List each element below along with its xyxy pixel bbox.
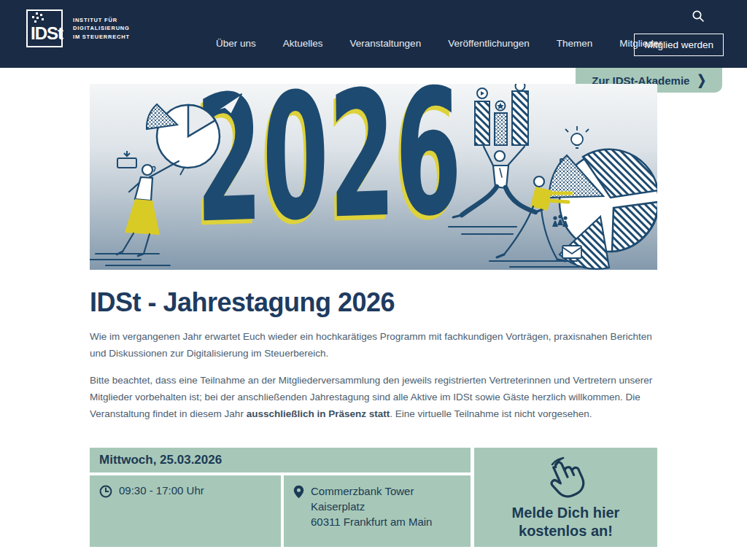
location-city: 60311 Frankfurt am Main	[311, 515, 432, 530]
event-location-lines: Commerzbank Tower Kaiserplatz 60311 Fran…	[311, 484, 432, 529]
page-title: IDSt - Jahrestagung 2026	[90, 287, 657, 318]
mitglied-werden-button[interactable]: Mitglied werden	[634, 34, 724, 56]
speed-lines-left	[90, 254, 170, 265]
lightbulb-icon	[565, 126, 589, 148]
signup-button[interactable]: Melde Dich hier kostenlos an!	[474, 448, 657, 547]
notice-paragraph: Bitte beachtet, dass eine Teilnahme an d…	[90, 373, 657, 422]
logo[interactable]: IDSt INSTITUT FÜR DIGITALISIERUNG IM STE…	[26, 9, 130, 47]
nav-aktuelles[interactable]: Aktuelles	[283, 38, 323, 49]
logo-acronym: IDSt	[31, 23, 63, 44]
hero-illustration	[90, 84, 657, 270]
logo-box: IDSt	[26, 9, 63, 47]
event-info-box: Mittwoch, 25.03.2026 09:30 - 17:00 Uhr	[90, 448, 471, 547]
main-nav: Über uns Aktuelles Veranstaltungen Veröf…	[216, 38, 662, 49]
location-street: Kaiserplatz	[311, 499, 432, 515]
event-row: Mittwoch, 25.03.2026 09:30 - 17:00 Uhr	[90, 448, 657, 547]
paper-plane-icon	[206, 94, 241, 114]
runner-figure	[453, 147, 543, 217]
nav-ueber-uns[interactable]: Über uns	[216, 38, 256, 49]
intro-paragraph: Wie im vergangenen Jahr erwartet Euch wi…	[90, 329, 657, 362]
chevron-right-icon: ❯	[697, 72, 706, 89]
hero-banner: 2026	[90, 84, 657, 270]
main-content: 2026	[90, 84, 657, 547]
bar-chart-icons	[475, 84, 528, 145]
nav-themen[interactable]: Themen	[557, 38, 593, 49]
event-location: Commerzbank Tower Kaiserplatz 60311 Fran…	[281, 475, 471, 547]
nav-veroeffentlichungen[interactable]: Veröffentlichungen	[448, 38, 530, 49]
event-details: 09:30 - 17:00 Uhr Commerzbank Tower Kais…	[90, 475, 471, 547]
location-pin-icon	[293, 485, 304, 499]
nav-veranstaltungen[interactable]: Veranstaltungen	[350, 38, 422, 49]
woman-figure	[117, 161, 179, 256]
search-icon[interactable]	[692, 9, 705, 23]
logo-subtitle: INSTITUT FÜR DIGITALISIERUNG IM STEUERRE…	[73, 16, 130, 41]
location-venue: Commerzbank Tower	[311, 484, 432, 499]
notice-bold-text: ausschließlich in Präsenz statt	[247, 408, 390, 419]
event-time: 09:30 - 17:00 Uhr	[90, 475, 281, 547]
envelope-icon	[562, 246, 581, 258]
header: IDSt INSTITUT FÜR DIGITALISIERUNG IM STE…	[0, 0, 747, 68]
inbox-icon	[117, 151, 136, 168]
signup-label: Melde Dich hier kostenlos an!	[512, 504, 620, 540]
event-date: Mittwoch, 25.03.2026	[90, 448, 471, 475]
event-time-text: 09:30 - 17:00 Uhr	[119, 484, 204, 497]
speed-lines-runner	[449, 227, 516, 234]
logo-pixel-dots	[30, 12, 46, 24]
pie-balloon	[147, 104, 220, 175]
click-hand-icon	[535, 454, 597, 501]
clock-icon	[99, 485, 112, 498]
